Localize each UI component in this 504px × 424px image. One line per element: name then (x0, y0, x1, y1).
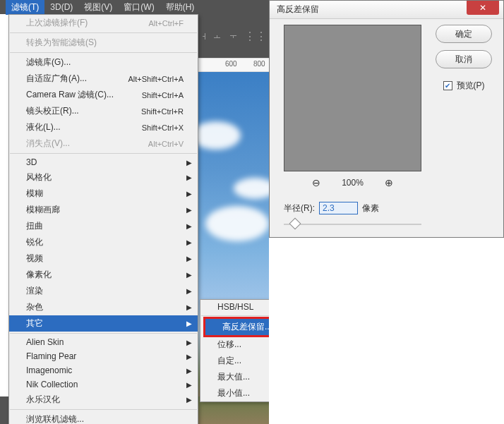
menu-other[interactable]: 其它▶ (9, 315, 198, 332)
menu-yongle[interactable]: 永乐汉化▶ (9, 392, 198, 408)
menu-help[interactable]: 帮助(H) (160, 0, 200, 15)
zoom-percent: 100% (342, 178, 364, 188)
chevron-right-icon: ▶ (186, 159, 192, 166)
preview-label: 预览(P) (457, 80, 485, 92)
chevron-right-icon: ▶ (186, 320, 192, 327)
cloud (234, 178, 269, 199)
chevron-right-icon: ▶ (186, 287, 192, 295)
chevron-right-icon: ▶ (186, 206, 192, 214)
menu-video[interactable]: 视频▶ (9, 250, 198, 267)
align-icon-3[interactable]: ⫟ (228, 30, 239, 42)
dialog-titlebar[interactable]: 高反差保留 ✕ (270, 1, 503, 19)
menu-nik-collection[interactable]: Nik Collection▶ (9, 377, 198, 392)
checkbox-checked-icon[interactable]: ✔ (443, 81, 452, 90)
align-icon-1[interactable]: ⫞ (201, 30, 207, 42)
menu-recent-filter[interactable]: 上次滤镜操作(F)Alt+Ctrl+F (9, 15, 198, 31)
radius-unit: 像素 (362, 202, 379, 214)
menu-liquify[interactable]: 液化(L)...Shift+Ctrl+X (9, 119, 198, 135)
separator (10, 52, 197, 53)
slider-track (284, 224, 421, 225)
zoom-controls: ⊖ 100% ⊕ (284, 177, 421, 188)
chevron-right-icon: ▶ (186, 190, 192, 198)
chevron-right-icon: ▶ (186, 174, 192, 181)
menu-flaming-pear[interactable]: Flaming Pear▶ (9, 349, 198, 363)
zoom-out-icon[interactable]: ⊖ (312, 177, 320, 188)
high-pass-dialog: 高反差保留 ✕ ⊖ 100% ⊕ 半径(R): 像素 确定 取消 ✔ 预览(P) (269, 0, 504, 238)
menu-browse-online[interactable]: 浏览联机滤镜... (9, 411, 198, 424)
align-icon-2[interactable]: ⫠ (212, 30, 223, 42)
close-button[interactable]: ✕ (467, 1, 499, 15)
menu-alien-skin[interactable]: Alien Skin▶ (9, 335, 198, 349)
menu-pixelate[interactable]: 像素化▶ (9, 267, 198, 283)
menu-blur[interactable]: 模糊▶ (9, 186, 198, 202)
menu-imagenomic[interactable]: Imagenomic▶ (9, 363, 198, 377)
chevron-right-icon: ▶ (186, 396, 192, 404)
dialog-buttons: 确定 取消 ✔ 预览(P) (434, 25, 493, 92)
menu-3d[interactable]: 3D(D) (44, 1, 78, 13)
menu-adaptive-wide[interactable]: 自适应广角(A)...Alt+Shift+Ctrl+A (9, 71, 198, 87)
menu-vanishing-point[interactable]: 消失点(V)...Alt+Ctrl+V (9, 135, 198, 152)
radius-row: 半径(R): 像素 (284, 202, 379, 214)
separator (10, 32, 197, 33)
more-icon[interactable]: ⋮⋮ (244, 30, 267, 43)
menu-lens-correction[interactable]: 镜头校正(R)...Shift+Ctrl+R (9, 103, 198, 119)
slider-thumb[interactable] (289, 218, 301, 230)
chevron-right-icon: ▶ (186, 271, 192, 279)
preview-checkbox-row[interactable]: ✔ 预览(P) (443, 80, 485, 92)
separator (10, 153, 197, 154)
chevron-right-icon: ▶ (186, 381, 192, 389)
menu-filter-gallery[interactable]: 滤镜库(G)... (9, 54, 198, 71)
chevron-right-icon: ▶ (186, 222, 192, 230)
filter-preview[interactable] (284, 25, 421, 171)
chevron-right-icon: ▶ (186, 339, 192, 346)
cloud (198, 121, 241, 150)
cloud (205, 206, 269, 241)
zoom-in-icon[interactable]: ⊕ (385, 177, 393, 188)
menu-view[interactable]: 视图(V) (78, 0, 118, 15)
cancel-button[interactable]: 取消 (436, 50, 492, 68)
ruler-tick: 800 (253, 60, 265, 68)
white-area (269, 238, 504, 424)
menu-convert-smart[interactable]: 转换为智能滤镜(S) (9, 35, 198, 51)
chevron-right-icon: ▶ (186, 303, 192, 311)
toolbar-icons: ⫞ ⫠ ⫟ ⋮⋮ (198, 14, 269, 58)
ruler-tick: 600 (225, 60, 237, 68)
dialog-title: 高反差保留 (277, 4, 319, 16)
chevron-right-icon: ▶ (186, 367, 192, 375)
chevron-right-icon: ▶ (186, 255, 192, 262)
close-icon: ✕ (479, 3, 486, 13)
menu-render[interactable]: 渲染▶ (9, 283, 198, 299)
menu-blur-gallery[interactable]: 模糊画廊▶ (9, 202, 198, 218)
menu-3d-sub[interactable]: 3D▶ (9, 155, 198, 169)
chevron-right-icon: ▶ (186, 238, 192, 246)
menu-stylize[interactable]: 风格化▶ (9, 169, 198, 186)
chevron-right-icon: ▶ (186, 353, 192, 361)
ok-button[interactable]: 确定 (436, 25, 492, 43)
filter-dropdown: 上次滤镜操作(F)Alt+Ctrl+F 转换为智能滤镜(S) 滤镜库(G)...… (8, 14, 198, 424)
menu-sharpen[interactable]: 锐化▶ (9, 234, 198, 250)
menu-filter[interactable]: 滤镜(T) (6, 0, 44, 15)
menu-camera-raw[interactable]: Camera Raw 滤镜(C)...Shift+Ctrl+A (9, 87, 198, 103)
radius-slider[interactable] (284, 219, 421, 229)
radius-label: 半径(R): (284, 202, 315, 214)
separator (10, 409, 197, 410)
menu-window[interactable]: 窗口(W) (118, 0, 160, 15)
menu-noise[interactable]: 杂色▶ (9, 299, 198, 315)
separator (10, 333, 197, 334)
radius-input[interactable] (319, 202, 358, 214)
menu-distort[interactable]: 扭曲▶ (9, 218, 198, 234)
